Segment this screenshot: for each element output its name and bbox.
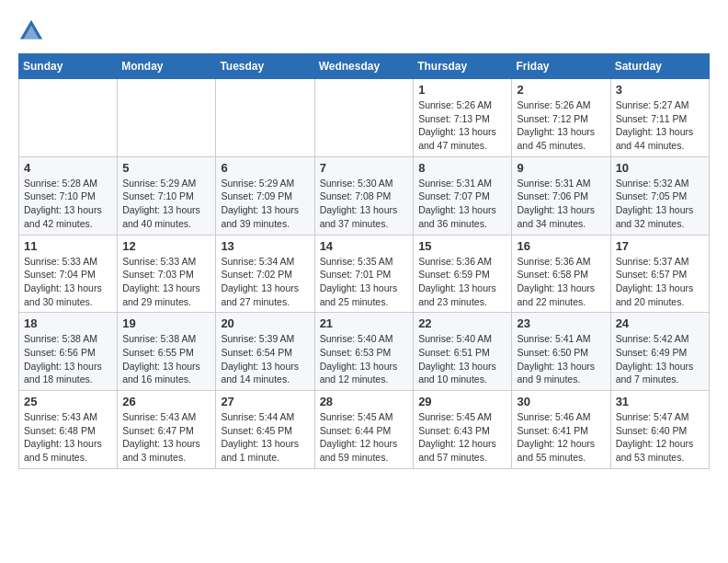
calendar-cell: 5Sunrise: 5:29 AMSunset: 7:10 PMDaylight… <box>118 156 216 235</box>
day-info: Sunrise: 5:34 AMSunset: 7:02 PMDaylight:… <box>221 255 309 309</box>
day-number: 10 <box>616 161 704 175</box>
day-number: 27 <box>221 395 309 408</box>
calendar-cell: 23Sunrise: 5:41 AMSunset: 6:50 PMDayligh… <box>512 313 610 391</box>
day-number: 6 <box>221 161 309 175</box>
day-number: 9 <box>517 161 605 175</box>
calendar-cell: 20Sunrise: 5:39 AMSunset: 6:54 PMDayligh… <box>216 313 314 391</box>
day-number: 12 <box>122 239 210 253</box>
day-number: 20 <box>221 316 309 330</box>
calendar-cell: 26Sunrise: 5:43 AMSunset: 6:47 PMDayligh… <box>118 391 216 469</box>
calendar-cell: 19Sunrise: 5:38 AMSunset: 6:55 PMDayligh… <box>118 313 216 391</box>
calendar-cell: 9Sunrise: 5:31 AMSunset: 7:06 PMDaylight… <box>512 156 610 235</box>
day-info: Sunrise: 5:44 AMSunset: 6:45 PMDaylight:… <box>221 410 309 465</box>
calendar-cell: 28Sunrise: 5:45 AMSunset: 6:44 PMDayligh… <box>314 391 414 469</box>
day-info: Sunrise: 5:42 AMSunset: 6:49 PMDaylight:… <box>616 332 704 386</box>
day-info: Sunrise: 5:40 AMSunset: 6:53 PMDaylight:… <box>320 332 409 386</box>
calendar-cell: 25Sunrise: 5:43 AMSunset: 6:48 PMDayligh… <box>19 391 118 469</box>
day-number: 15 <box>418 239 506 253</box>
day-number: 28 <box>320 395 409 408</box>
day-info: Sunrise: 5:36 AMSunset: 6:59 PMDaylight:… <box>418 255 506 309</box>
day-number: 8 <box>418 161 506 175</box>
day-info: Sunrise: 5:29 AMSunset: 7:10 PMDaylight:… <box>122 177 210 231</box>
day-info: Sunrise: 5:31 AMSunset: 7:06 PMDaylight:… <box>517 177 605 231</box>
calendar-week-row: 4Sunrise: 5:28 AMSunset: 7:10 PMDaylight… <box>19 156 710 235</box>
day-number: 11 <box>24 239 112 253</box>
day-number: 26 <box>122 395 210 408</box>
calendar-week-row: 18Sunrise: 5:38 AMSunset: 6:56 PMDayligh… <box>19 313 710 391</box>
calendar-cell <box>314 79 414 157</box>
day-info: Sunrise: 5:40 AMSunset: 6:51 PMDaylight:… <box>418 332 506 386</box>
day-number: 7 <box>320 161 409 175</box>
day-number: 29 <box>418 395 506 408</box>
calendar-cell: 22Sunrise: 5:40 AMSunset: 6:51 PMDayligh… <box>414 313 512 391</box>
day-info: Sunrise: 5:38 AMSunset: 6:56 PMDaylight:… <box>24 332 112 386</box>
day-number: 5 <box>122 161 210 175</box>
day-number: 19 <box>122 316 210 330</box>
day-info: Sunrise: 5:39 AMSunset: 6:54 PMDaylight:… <box>221 332 309 386</box>
weekday-header: Monday <box>118 54 216 79</box>
day-number: 23 <box>517 316 605 330</box>
day-info: Sunrise: 5:26 AMSunset: 7:13 PMDaylight:… <box>418 98 506 153</box>
calendar-cell: 13Sunrise: 5:34 AMSunset: 7:02 PMDayligh… <box>216 235 314 313</box>
weekday-header: Friday <box>512 54 610 79</box>
day-number: 14 <box>320 239 409 253</box>
calendar-cell <box>118 79 216 157</box>
weekday-header: Thursday <box>414 54 512 79</box>
logo-icon <box>18 18 44 44</box>
calendar-cell: 16Sunrise: 5:36 AMSunset: 6:58 PMDayligh… <box>512 235 610 313</box>
calendar-cell: 30Sunrise: 5:46 AMSunset: 6:41 PMDayligh… <box>512 391 610 469</box>
day-number: 13 <box>221 239 309 253</box>
day-number: 18 <box>24 316 112 330</box>
calendar-cell: 2Sunrise: 5:26 AMSunset: 7:12 PMDaylight… <box>512 79 610 157</box>
calendar-cell: 29Sunrise: 5:45 AMSunset: 6:43 PMDayligh… <box>414 391 512 469</box>
calendar-cell: 10Sunrise: 5:32 AMSunset: 7:05 PMDayligh… <box>610 156 709 235</box>
day-info: Sunrise: 5:27 AMSunset: 7:11 PMDaylight:… <box>616 98 704 153</box>
calendar-cell: 27Sunrise: 5:44 AMSunset: 6:45 PMDayligh… <box>216 391 314 469</box>
day-info: Sunrise: 5:43 AMSunset: 6:48 PMDaylight:… <box>24 410 112 465</box>
day-number: 16 <box>517 239 605 253</box>
calendar-cell: 6Sunrise: 5:29 AMSunset: 7:09 PMDaylight… <box>216 156 314 235</box>
day-number: 24 <box>616 316 704 330</box>
day-info: Sunrise: 5:26 AMSunset: 7:12 PMDaylight:… <box>517 98 605 153</box>
day-info: Sunrise: 5:45 AMSunset: 6:44 PMDaylight:… <box>320 410 409 465</box>
day-info: Sunrise: 5:33 AMSunset: 7:04 PMDaylight:… <box>24 255 112 309</box>
day-number: 25 <box>24 395 112 408</box>
day-number: 1 <box>418 83 506 97</box>
day-info: Sunrise: 5:33 AMSunset: 7:03 PMDaylight:… <box>122 255 210 309</box>
calendar-cell <box>216 79 314 157</box>
calendar-cell: 31Sunrise: 5:47 AMSunset: 6:40 PMDayligh… <box>610 391 709 469</box>
weekday-header-row: SundayMondayTuesdayWednesdayThursdayFrid… <box>19 54 710 79</box>
calendar-cell: 21Sunrise: 5:40 AMSunset: 6:53 PMDayligh… <box>314 313 414 391</box>
day-info: Sunrise: 5:43 AMSunset: 6:47 PMDaylight:… <box>122 410 210 465</box>
day-number: 4 <box>24 161 112 175</box>
calendar-cell <box>19 79 118 157</box>
day-info: Sunrise: 5:29 AMSunset: 7:09 PMDaylight:… <box>221 177 309 231</box>
calendar-cell: 24Sunrise: 5:42 AMSunset: 6:49 PMDayligh… <box>610 313 709 391</box>
day-info: Sunrise: 5:31 AMSunset: 7:07 PMDaylight:… <box>418 177 506 231</box>
weekday-header: Wednesday <box>314 54 414 79</box>
day-info: Sunrise: 5:35 AMSunset: 7:01 PMDaylight:… <box>320 255 409 309</box>
day-info: Sunrise: 5:45 AMSunset: 6:43 PMDaylight:… <box>418 410 506 465</box>
calendar-week-row: 1Sunrise: 5:26 AMSunset: 7:13 PMDaylight… <box>19 79 710 157</box>
calendar-cell: 7Sunrise: 5:30 AMSunset: 7:08 PMDaylight… <box>314 156 414 235</box>
weekday-header: Sunday <box>19 54 118 79</box>
day-info: Sunrise: 5:46 AMSunset: 6:41 PMDaylight:… <box>517 410 605 465</box>
calendar-cell: 12Sunrise: 5:33 AMSunset: 7:03 PMDayligh… <box>118 235 216 313</box>
day-number: 3 <box>616 83 704 97</box>
calendar-cell: 18Sunrise: 5:38 AMSunset: 6:56 PMDayligh… <box>19 313 118 391</box>
day-info: Sunrise: 5:32 AMSunset: 7:05 PMDaylight:… <box>616 177 704 231</box>
calendar-cell: 4Sunrise: 5:28 AMSunset: 7:10 PMDaylight… <box>19 156 118 235</box>
day-number: 30 <box>517 395 605 408</box>
calendar-cell: 11Sunrise: 5:33 AMSunset: 7:04 PMDayligh… <box>19 235 118 313</box>
day-info: Sunrise: 5:41 AMSunset: 6:50 PMDaylight:… <box>517 332 605 386</box>
calendar-week-row: 11Sunrise: 5:33 AMSunset: 7:04 PMDayligh… <box>19 235 710 313</box>
day-number: 22 <box>418 316 506 330</box>
day-number: 21 <box>320 316 409 330</box>
calendar: SundayMondayTuesdayWednesdayThursdayFrid… <box>18 53 710 469</box>
day-number: 17 <box>616 239 704 253</box>
day-number: 31 <box>616 395 704 408</box>
weekday-header: Tuesday <box>216 54 314 79</box>
calendar-cell: 17Sunrise: 5:37 AMSunset: 6:57 PMDayligh… <box>610 235 709 313</box>
calendar-cell: 15Sunrise: 5:36 AMSunset: 6:59 PMDayligh… <box>414 235 512 313</box>
page-header <box>18 18 710 44</box>
